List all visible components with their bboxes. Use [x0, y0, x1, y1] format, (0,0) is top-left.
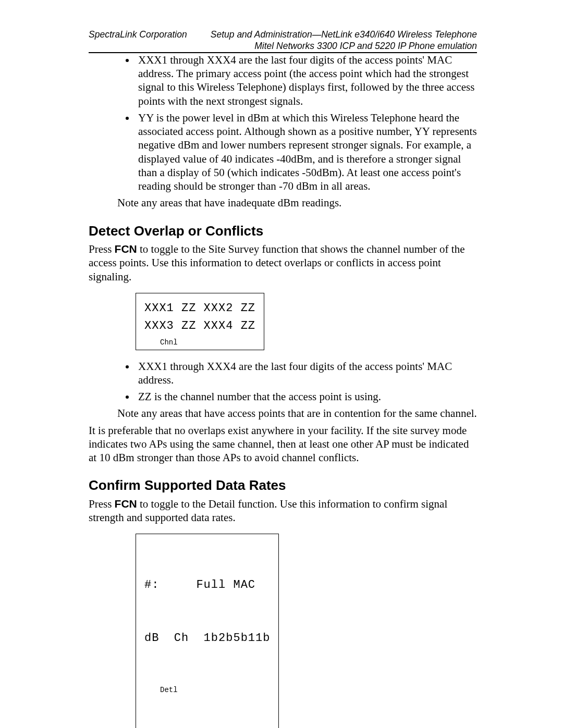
display-detl-label: Detl	[160, 685, 270, 696]
section2-intro: Press FCN to toggle to the Detail functi…	[89, 497, 477, 525]
header-right-line2: Mitel Networks 3300 ICP and 5220 IP Phon…	[211, 41, 477, 52]
fcn-label-2: FCN	[115, 498, 137, 510]
section-title-overlap: Detect Overlap or Conflicts	[89, 223, 477, 240]
header-right: Setup and Administration—NetLink e340/i6…	[211, 29, 477, 52]
header-right-line1: Setup and Administration—NetLink e340/i6…	[211, 29, 477, 41]
section2-intro-post: to toggle to the Detail function. Use th…	[89, 498, 447, 524]
intro-bullet-2: YY is the power level in dBm at which th…	[136, 111, 477, 193]
header-left: SpectraLink Corporation	[89, 29, 187, 40]
page-content: XXX1 through XXX4 are the last four digi…	[89, 53, 477, 728]
fcn-label-1: FCN	[115, 243, 137, 255]
display-chnl-line1: XXX1 ZZ XXX2 ZZ	[144, 300, 255, 317]
section-title-datarates: Confirm Supported Data Rates	[89, 477, 477, 494]
display-chnl-wrap: XXX1 ZZ XXX2 ZZ XXX3 ZZ XXX4 ZZ Chnl	[136, 293, 477, 350]
section1-intro-post: to toggle to the Site Survey function th…	[89, 243, 464, 283]
section1-note: Note any areas that have access points t…	[117, 406, 477, 420]
display-detl-line2: dB Ch 1b2b5b11b	[144, 630, 270, 647]
section1-intro-pre: Press	[89, 243, 115, 255]
section2-intro-pre: Press	[89, 498, 115, 510]
note-inadequate-dbm: Note any areas that have inadequate dBm …	[117, 196, 477, 209]
display-detl-line1: #: Full MAC	[144, 576, 270, 594]
section1-intro: Press FCN to toggle to the Site Survey f…	[89, 242, 477, 283]
display-detl: #: Full MAC dB Ch 1b2b5b11b Detl	[136, 534, 279, 728]
intro-bullets: XXX1 through XXX4 are the last four digi…	[89, 53, 477, 193]
section1-closing: It is preferable that no overlaps exist …	[89, 424, 477, 465]
section1-bullet-1: XXX1 through XXX4 are the last four digi…	[136, 360, 477, 387]
display-detl-wrap: #: Full MAC dB Ch 1b2b5b11b Detl	[136, 534, 477, 728]
display-chnl: XXX1 ZZ XXX2 ZZ XXX3 ZZ XXX4 ZZ Chnl	[136, 293, 264, 350]
display-chnl-line2: XXX3 ZZ XXX4 ZZ	[144, 317, 255, 335]
section1-bullet-2: ZZ is the channel number that the access…	[136, 390, 477, 403]
display-chnl-label: Chnl	[160, 337, 255, 349]
section1-bullets: XXX1 through XXX4 are the last four digi…	[89, 360, 477, 404]
page-header: SpectraLink Corporation Setup and Admini…	[89, 29, 477, 53]
intro-bullet-1: XXX1 through XXX4 are the last four digi…	[136, 53, 477, 108]
